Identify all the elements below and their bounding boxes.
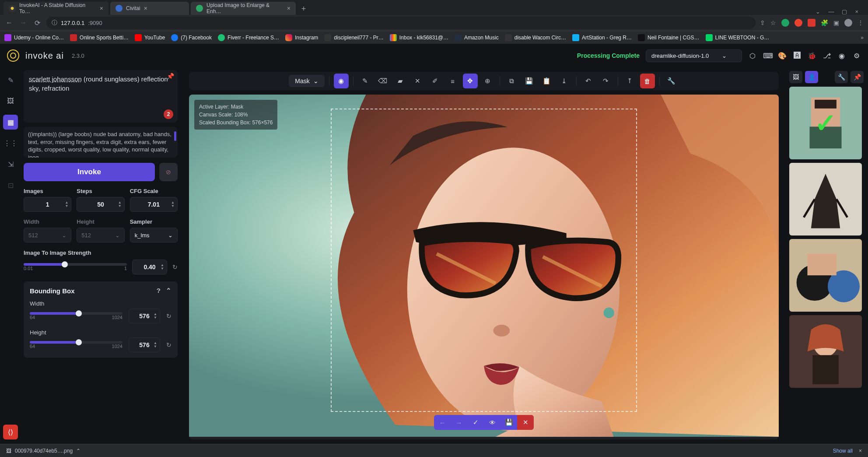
save-staging-icon[interactable]: 💾 bbox=[500, 415, 517, 430]
discard-icon[interactable]: ✕ bbox=[517, 415, 534, 430]
rail-post-icon[interactable]: ⇲ bbox=[3, 157, 18, 172]
bbox-height-input[interactable]: 576▲▼ bbox=[129, 337, 160, 352]
rail-canvas-icon[interactable]: ▦ bbox=[3, 115, 18, 130]
clear-icon[interactable]: ✕ bbox=[410, 74, 425, 88]
bookmark[interactable]: discipleneil777 - Pr… bbox=[324, 34, 383, 41]
reset-icon[interactable]: ↻ bbox=[166, 341, 172, 348]
stepper-icon[interactable]: ▲▼ bbox=[154, 313, 157, 320]
help-icon[interactable]: ? bbox=[157, 287, 161, 295]
img2img-value-input[interactable]: 0.40▲▼ bbox=[132, 260, 167, 274]
bookmarks-overflow-icon[interactable]: » bbox=[861, 35, 864, 41]
gallery-thumbnail[interactable] bbox=[789, 239, 862, 312]
reset-icon[interactable]: ↻ bbox=[166, 313, 172, 320]
bookmark[interactable]: Amazon Music bbox=[455, 34, 499, 41]
layer-select[interactable]: Mask⌄ bbox=[289, 75, 324, 87]
prompt-input[interactable]: 📌 scarlett johansson (round sunglasses) … bbox=[24, 70, 178, 123]
rail-nodes-icon[interactable]: ⋮⋮ bbox=[3, 136, 18, 151]
bounding-box-overlay[interactable] bbox=[331, 109, 637, 412]
bookmark[interactable]: Instagram bbox=[285, 34, 318, 41]
steps-input[interactable]: 50▲▼ bbox=[77, 197, 124, 212]
gallery-settings-icon[interactable]: 🔧 bbox=[835, 71, 848, 83]
sampler-select[interactable]: k_lms⌄ bbox=[130, 228, 178, 243]
maximize-icon[interactable]: ▢ bbox=[842, 8, 847, 15]
reset-icon[interactable]: ↻ bbox=[172, 264, 178, 271]
close-icon[interactable]: × bbox=[144, 5, 147, 12]
gallery-tab-images-icon[interactable]: 🖼 bbox=[789, 71, 802, 83]
star-icon[interactable]: ☆ bbox=[770, 19, 776, 26]
bookmark[interactable]: Udemy - Online Co… bbox=[4, 34, 64, 41]
sidepanel-icon[interactable]: ▣ bbox=[833, 19, 839, 26]
reset-view-icon[interactable]: ⊕ bbox=[480, 74, 495, 88]
bookmark[interactable]: YouTube bbox=[135, 34, 165, 41]
profile-icon[interactable] bbox=[844, 19, 852, 27]
gallery-thumbnail[interactable]: ✓ bbox=[789, 87, 862, 159]
width-select[interactable]: 512⌄ bbox=[24, 228, 71, 243]
model-select[interactable]: dreamlike-diffusion-1.0 ⌄ bbox=[646, 49, 742, 62]
bookmark[interactable]: Inbox - klk56831@… bbox=[390, 34, 448, 41]
bookmark[interactable]: (7) Facebook bbox=[171, 34, 212, 41]
canvas[interactable]: Active Layer: Mask Canvas Scale: 108% Sc… bbox=[189, 95, 779, 439]
img2img-slider[interactable] bbox=[24, 263, 127, 266]
cube-icon[interactable]: ⬡ bbox=[748, 52, 757, 60]
settings-icon[interactable]: ⚙ bbox=[852, 52, 861, 60]
bookmark[interactable]: ArtStation - Greg R… bbox=[572, 34, 632, 41]
bookmark[interactable]: LINE WEBTOON - G… bbox=[706, 34, 770, 41]
bbox-width-input[interactable]: 576▲▼ bbox=[129, 309, 160, 323]
language-icon[interactable]: 🅰 bbox=[793, 52, 802, 60]
minimize-icon[interactable]: — bbox=[828, 8, 834, 15]
move-icon[interactable]: ✥ bbox=[463, 74, 478, 88]
extensions-icon[interactable]: 🧩 bbox=[821, 19, 828, 26]
accept-icon[interactable]: ✓ bbox=[467, 415, 484, 430]
fill-icon[interactable]: ▰ bbox=[393, 74, 408, 88]
rail-img2img-icon[interactable]: 🖼 bbox=[3, 94, 18, 109]
close-icon[interactable]: × bbox=[859, 448, 862, 454]
browser-tab[interactable]: Upload Image to Enlarge & Enh… × bbox=[191, 2, 296, 15]
forward-icon[interactable]: → bbox=[18, 19, 28, 27]
copy-icon[interactable]: 📋 bbox=[539, 74, 554, 88]
back-icon[interactable]: ← bbox=[4, 19, 14, 27]
discord-icon[interactable]: ◉ bbox=[837, 52, 846, 60]
stepper-icon[interactable]: ▲▼ bbox=[154, 341, 157, 348]
new-tab-button[interactable]: + bbox=[298, 3, 310, 15]
invoke-button[interactable]: Invoke bbox=[24, 163, 155, 181]
bbox-height-slider[interactable] bbox=[30, 341, 122, 344]
bookmark[interactable]: Online Sports Betti… bbox=[70, 34, 129, 41]
share-icon[interactable]: ⇪ bbox=[760, 19, 765, 26]
delete-icon[interactable]: 🗑 bbox=[640, 74, 655, 88]
browser-tab[interactable]: InvokeAI - A Stable Diffusion To… × bbox=[4, 2, 108, 15]
wrench-icon[interactable]: 🔧 bbox=[664, 74, 679, 88]
download-icon[interactable]: ⤓ bbox=[557, 74, 572, 88]
gallery-thumbnail[interactable] bbox=[789, 315, 862, 388]
download-item[interactable]: 🖼 000979.40d74eb5….png ⌃ bbox=[6, 448, 80, 454]
close-icon[interactable]: × bbox=[855, 8, 858, 15]
url-input[interactable]: ⓘ 127.0.0.1:9090 bbox=[46, 17, 756, 29]
save-icon[interactable]: 💾 bbox=[522, 74, 537, 88]
extension-icon[interactable] bbox=[781, 19, 789, 27]
cancel-button[interactable]: ⊘ bbox=[159, 163, 178, 181]
upload-icon[interactable]: ⤒ bbox=[623, 74, 637, 88]
merge-icon[interactable]: ⧉ bbox=[504, 74, 519, 88]
gallery-thumbnail[interactable] bbox=[789, 163, 862, 236]
chevron-up-icon[interactable]: ⌃ bbox=[166, 287, 172, 295]
show-hide-icon[interactable]: 👁 bbox=[484, 415, 500, 430]
next-icon[interactable]: → bbox=[451, 415, 467, 430]
browser-tab[interactable]: Civitai × bbox=[110, 2, 189, 15]
colorpicker-icon[interactable]: ✐ bbox=[428, 74, 443, 88]
extension-icon[interactable] bbox=[808, 19, 816, 27]
chevron-down-icon[interactable]: ⌄ bbox=[816, 8, 820, 15]
github-icon[interactable]: ⎇ bbox=[822, 52, 831, 60]
stepper-icon[interactable]: ▲▼ bbox=[118, 201, 122, 208]
palette-icon[interactable]: 🎨 bbox=[778, 52, 787, 60]
stepper-icon[interactable]: ▲▼ bbox=[65, 201, 68, 208]
reload-icon[interactable]: ⟳ bbox=[32, 19, 42, 27]
stepper-icon[interactable]: ▲▼ bbox=[171, 201, 175, 208]
prev-icon[interactable]: ← bbox=[434, 415, 451, 430]
gallery-pin-icon[interactable]: 📌 bbox=[850, 71, 864, 83]
chevron-up-icon[interactable]: ⌃ bbox=[76, 448, 80, 454]
menu-icon[interactable]: ⋮ bbox=[858, 19, 864, 26]
rail-console-icon[interactable]: ⟨⟩ bbox=[3, 425, 18, 439]
show-all-link[interactable]: Show all bbox=[833, 448, 853, 454]
bookmark[interactable]: Neil Fontaine | CGS… bbox=[638, 34, 700, 41]
gallery-tab-user-icon[interactable]: 👤 bbox=[805, 71, 818, 83]
rail-training-icon[interactable]: ⊡ bbox=[3, 178, 18, 193]
